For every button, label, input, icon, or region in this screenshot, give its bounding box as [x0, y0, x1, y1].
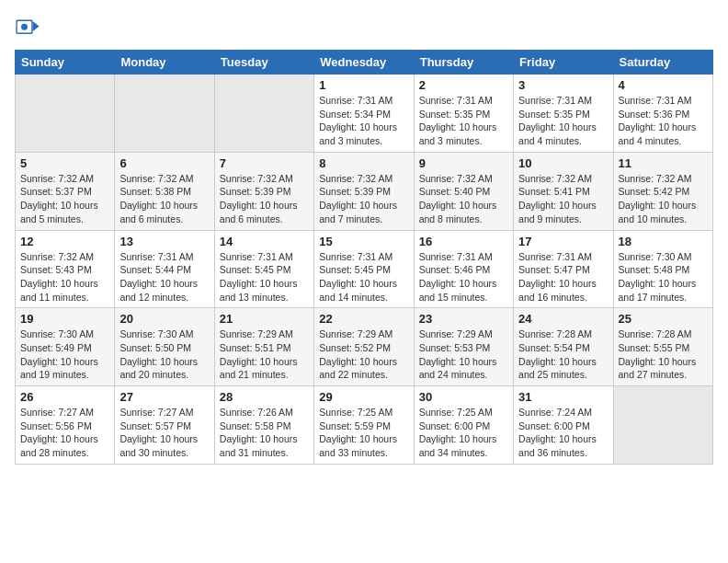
day-info: Sunrise: 7:31 AM Sunset: 5:46 PM Dayligh… — [419, 250, 508, 304]
calendar-cell — [214, 75, 313, 153]
calendar-cell: 8Sunrise: 7:32 AM Sunset: 5:39 PM Daylig… — [314, 152, 414, 230]
day-info: Sunrise: 7:32 AM Sunset: 5:37 PM Dayligh… — [20, 172, 109, 226]
day-number: 9 — [419, 156, 508, 170]
day-number: 19 — [20, 312, 109, 326]
day-number: 14 — [220, 235, 309, 248]
day-info: Sunrise: 7:31 AM Sunset: 5:34 PM Dayligh… — [319, 94, 408, 148]
calendar-cell: 1Sunrise: 7:31 AM Sunset: 5:34 PM Daylig… — [314, 75, 414, 153]
calendar-week-row: 19Sunrise: 7:30 AM Sunset: 5:49 PM Dayli… — [16, 308, 713, 386]
day-info: Sunrise: 7:24 AM Sunset: 6:00 PM Dayligh… — [518, 406, 608, 460]
day-info: Sunrise: 7:30 AM Sunset: 5:50 PM Dayligh… — [119, 327, 209, 382]
weekday-header: Monday — [115, 51, 214, 75]
calendar-cell: 21Sunrise: 7:29 AM Sunset: 5:51 PM Dayli… — [214, 308, 313, 386]
day-number: 12 — [20, 235, 109, 248]
day-info: Sunrise: 7:26 AM Sunset: 5:58 PM Dayligh… — [220, 406, 309, 460]
page-header — [15, 15, 713, 40]
day-info: Sunrise: 7:32 AM Sunset: 5:42 PM Dayligh… — [619, 172, 708, 226]
day-number: 4 — [619, 78, 708, 92]
day-info: Sunrise: 7:31 AM Sunset: 5:45 PM Dayligh… — [319, 250, 408, 304]
calendar-cell — [115, 75, 214, 153]
calendar-cell: 22Sunrise: 7:29 AM Sunset: 5:52 PM Dayli… — [314, 308, 414, 386]
day-number: 22 — [319, 312, 408, 326]
calendar-cell: 10Sunrise: 7:32 AM Sunset: 5:41 PM Dayli… — [514, 152, 613, 230]
calendar-week-row: 26Sunrise: 7:27 AM Sunset: 5:56 PM Dayli… — [16, 386, 713, 465]
calendar-cell: 20Sunrise: 7:30 AM Sunset: 5:50 PM Dayli… — [115, 308, 214, 386]
day-number: 28 — [220, 390, 309, 404]
calendar-cell: 9Sunrise: 7:32 AM Sunset: 5:40 PM Daylig… — [414, 152, 513, 230]
calendar-cell: 25Sunrise: 7:28 AM Sunset: 5:55 PM Dayli… — [613, 308, 712, 386]
day-info: Sunrise: 7:31 AM Sunset: 5:47 PM Dayligh… — [518, 250, 608, 304]
weekday-header: Saturday — [613, 51, 712, 75]
day-number: 21 — [220, 312, 309, 326]
day-info: Sunrise: 7:29 AM Sunset: 5:53 PM Dayligh… — [419, 327, 508, 382]
calendar-cell: 26Sunrise: 7:27 AM Sunset: 5:56 PM Dayli… — [16, 386, 115, 465]
day-info: Sunrise: 7:29 AM Sunset: 5:51 PM Dayligh… — [220, 327, 309, 382]
calendar-cell: 29Sunrise: 7:25 AM Sunset: 5:59 PM Dayli… — [314, 386, 414, 465]
calendar-cell: 14Sunrise: 7:31 AM Sunset: 5:45 PM Dayli… — [214, 230, 313, 308]
svg-marker-1 — [33, 21, 40, 31]
calendar-cell: 4Sunrise: 7:31 AM Sunset: 5:36 PM Daylig… — [613, 75, 712, 153]
calendar-header-row: SundayMondayTuesdayWednesdayThursdayFrid… — [16, 51, 713, 75]
day-info: Sunrise: 7:31 AM Sunset: 5:36 PM Dayligh… — [619, 94, 708, 148]
day-number: 17 — [518, 235, 608, 248]
calendar-cell: 18Sunrise: 7:30 AM Sunset: 5:48 PM Dayli… — [613, 230, 712, 308]
day-number: 8 — [319, 156, 408, 170]
day-number: 10 — [518, 156, 608, 170]
calendar-cell: 2Sunrise: 7:31 AM Sunset: 5:35 PM Daylig… — [414, 75, 513, 153]
day-info: Sunrise: 7:31 AM Sunset: 5:35 PM Dayligh… — [419, 94, 508, 148]
calendar-cell: 17Sunrise: 7:31 AM Sunset: 5:47 PM Dayli… — [514, 230, 613, 308]
day-number: 2 — [419, 78, 508, 92]
calendar-cell: 27Sunrise: 7:27 AM Sunset: 5:57 PM Dayli… — [115, 386, 214, 465]
calendar-cell: 6Sunrise: 7:32 AM Sunset: 5:38 PM Daylig… — [115, 152, 214, 230]
day-info: Sunrise: 7:32 AM Sunset: 5:43 PM Dayligh… — [20, 250, 109, 304]
day-number: 11 — [619, 156, 708, 170]
day-number: 20 — [119, 312, 209, 326]
day-info: Sunrise: 7:32 AM Sunset: 5:40 PM Dayligh… — [419, 172, 508, 226]
weekday-header: Tuesday — [214, 51, 313, 75]
day-number: 24 — [518, 312, 608, 326]
logo — [15, 15, 42, 40]
calendar-cell: 16Sunrise: 7:31 AM Sunset: 5:46 PM Dayli… — [414, 230, 513, 308]
day-info: Sunrise: 7:32 AM Sunset: 5:39 PM Dayligh… — [319, 172, 408, 226]
day-number: 18 — [619, 235, 708, 248]
calendar-cell — [613, 386, 712, 465]
day-info: Sunrise: 7:30 AM Sunset: 5:48 PM Dayligh… — [619, 250, 708, 304]
day-number: 13 — [119, 235, 209, 248]
day-number: 30 — [419, 390, 508, 404]
calendar-cell: 11Sunrise: 7:32 AM Sunset: 5:42 PM Dayli… — [613, 152, 712, 230]
calendar-cell: 28Sunrise: 7:26 AM Sunset: 5:58 PM Dayli… — [214, 386, 313, 465]
day-info: Sunrise: 7:32 AM Sunset: 5:41 PM Dayligh… — [518, 172, 608, 226]
calendar-cell: 12Sunrise: 7:32 AM Sunset: 5:43 PM Dayli… — [16, 230, 115, 308]
day-number: 31 — [518, 390, 608, 404]
calendar-cell: 3Sunrise: 7:31 AM Sunset: 5:35 PM Daylig… — [514, 75, 613, 153]
day-number: 15 — [319, 235, 408, 248]
calendar-table: SundayMondayTuesdayWednesdayThursdayFrid… — [15, 50, 713, 465]
day-info: Sunrise: 7:31 AM Sunset: 5:35 PM Dayligh… — [518, 94, 608, 148]
day-info: Sunrise: 7:29 AM Sunset: 5:52 PM Dayligh… — [319, 327, 408, 382]
day-info: Sunrise: 7:25 AM Sunset: 6:00 PM Dayligh… — [419, 406, 508, 460]
calendar-week-row: 12Sunrise: 7:32 AM Sunset: 5:43 PM Dayli… — [16, 230, 713, 308]
calendar-cell: 5Sunrise: 7:32 AM Sunset: 5:37 PM Daylig… — [16, 152, 115, 230]
day-info: Sunrise: 7:31 AM Sunset: 5:45 PM Dayligh… — [220, 250, 309, 304]
weekday-header: Friday — [514, 51, 613, 75]
day-info: Sunrise: 7:30 AM Sunset: 5:49 PM Dayligh… — [20, 327, 109, 382]
day-number: 5 — [20, 156, 109, 170]
calendar-week-row: 1Sunrise: 7:31 AM Sunset: 5:34 PM Daylig… — [16, 75, 713, 153]
calendar-cell — [16, 75, 115, 153]
day-info: Sunrise: 7:28 AM Sunset: 5:55 PM Dayligh… — [619, 327, 708, 382]
day-number: 25 — [619, 312, 708, 326]
day-number: 16 — [419, 235, 508, 248]
calendar-cell: 7Sunrise: 7:32 AM Sunset: 5:39 PM Daylig… — [214, 152, 313, 230]
calendar-cell: 19Sunrise: 7:30 AM Sunset: 5:49 PM Dayli… — [16, 308, 115, 386]
day-number: 26 — [20, 390, 109, 404]
calendar-cell: 13Sunrise: 7:31 AM Sunset: 5:44 PM Dayli… — [115, 230, 214, 308]
weekday-header: Sunday — [16, 51, 115, 75]
calendar-cell: 30Sunrise: 7:25 AM Sunset: 6:00 PM Dayli… — [414, 386, 513, 465]
calendar-week-row: 5Sunrise: 7:32 AM Sunset: 5:37 PM Daylig… — [16, 152, 713, 230]
calendar-cell: 23Sunrise: 7:29 AM Sunset: 5:53 PM Dayli… — [414, 308, 513, 386]
day-info: Sunrise: 7:28 AM Sunset: 5:54 PM Dayligh… — [518, 327, 608, 382]
day-number: 7 — [220, 156, 309, 170]
svg-point-3 — [21, 24, 28, 30]
calendar-cell: 24Sunrise: 7:28 AM Sunset: 5:54 PM Dayli… — [514, 308, 613, 386]
day-info: Sunrise: 7:31 AM Sunset: 5:44 PM Dayligh… — [119, 250, 209, 304]
